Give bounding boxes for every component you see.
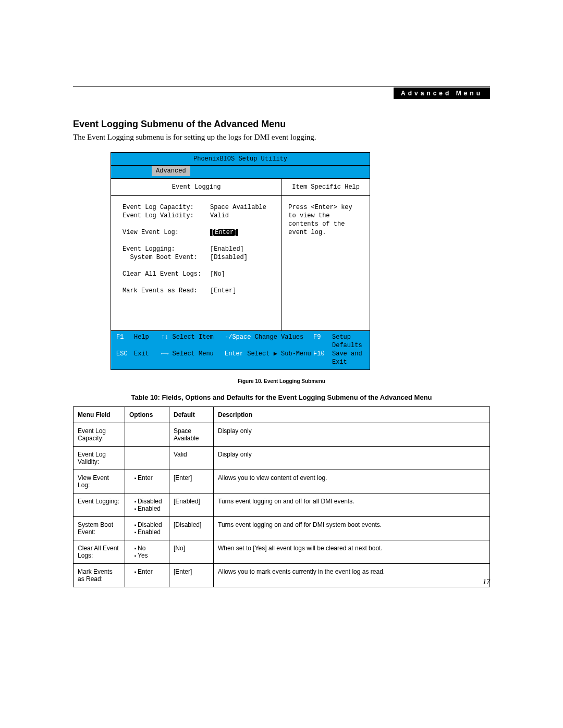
bios-field-label: View Event Log: (123, 228, 210, 237)
cell-description: Display only (214, 447, 490, 470)
option-item: Disabled (138, 498, 165, 505)
cell-menu-field: Event Log Capacity: (74, 423, 125, 447)
page-heading: Event Logging Submenu of the Advanced Me… (73, 119, 490, 130)
table-row: System Boot Event:DisabledEnabled[Disabl… (74, 517, 490, 540)
cell-default: [Enter] (169, 564, 214, 587)
cell-description: Turns event logging on and off for all D… (214, 493, 490, 517)
bios-screenshot: PhoenixBIOS Setup Utility Advanced Event… (111, 152, 370, 370)
top-rule (73, 86, 490, 87)
cell-options (125, 423, 169, 447)
cell-description: Turns event logging on and off for DMI s… (214, 517, 490, 540)
option-item: No (138, 545, 165, 552)
bios-field-value: [No] (210, 270, 267, 278)
bios-left-heading: Event Logging (111, 179, 282, 196)
table-header: Default (169, 407, 214, 423)
bios-options-list: Event Log Capacity:Space AvailableEvent … (111, 196, 282, 330)
bios-field-label: Clear All Event Logs: (123, 270, 210, 278)
cell-menu-field: System Boot Event: (74, 517, 125, 540)
cell-options: DisabledEnabled (125, 493, 169, 517)
bios-arrows-ud-icon: ↑↓ (161, 334, 168, 341)
table-header: Description (214, 407, 490, 423)
cell-description: Allows you to mark events currently in t… (214, 564, 490, 587)
option-item: Yes (138, 552, 165, 559)
cell-options (125, 447, 169, 470)
cell-options: Enter (125, 470, 169, 493)
bios-field-label: System Boot Event: (123, 253, 210, 262)
intro-paragraph: The Event Logging submenu is for setting… (73, 133, 490, 142)
bios-field-value: [Disabled] (210, 253, 267, 262)
bios-field-value: Space Available (210, 203, 267, 212)
bios-select-item: Select Item (173, 334, 214, 341)
bios-arrows-lr-icon: ←→ (161, 350, 168, 357)
cell-default: Space Available (169, 423, 214, 447)
cell-options: Enter (125, 564, 169, 587)
bios-field-value: [Enter] (210, 287, 267, 295)
option-item: Disabled (138, 521, 165, 528)
table-header: Options (125, 407, 169, 423)
cell-description: When set to [Yes] all event logs will be… (214, 540, 490, 564)
table-row: View Event Log:Enter[Enter]Allows you to… (74, 470, 490, 493)
bios-key-f1: F1 (116, 333, 134, 350)
section-label: Advanced Menu (394, 88, 490, 99)
bios-help-text: Press <Enter> key to view the contents o… (282, 196, 370, 330)
option-item: Enabled (138, 505, 165, 512)
bios-key-space: -/Space (225, 334, 251, 341)
bios-key-help: Help (134, 333, 161, 350)
cell-description: Allows you to view content of event log. (214, 470, 490, 493)
option-item: Enter (138, 568, 165, 575)
bios-right-pane: Item Specific Help Press <Enter> key to … (282, 179, 370, 330)
cell-options: NoYes (125, 540, 169, 564)
bios-key-enter: Enter (225, 350, 243, 357)
page-number: 17 (483, 578, 490, 586)
bios-field-label: Mark Events as Read: (123, 287, 210, 295)
table-caption: Table 10: Fields, Options and Defaults f… (73, 393, 490, 401)
bios-title: PhoenixBIOS Setup Utility (111, 153, 370, 166)
bios-change-values: Change Values (255, 334, 304, 341)
bios-key-esc: ESC (116, 350, 134, 366)
cell-default: [Disabled] (169, 517, 214, 540)
cell-menu-field: Clear All Event Logs: (74, 540, 125, 564)
cell-menu-field: Mark Events as Read: (74, 564, 125, 587)
table-row: Event Log Capacity:Space AvailableDispla… (74, 423, 490, 447)
document-page: Advanced Menu Event Logging Submenu of t… (73, 86, 490, 587)
table-row: Clear All Event Logs:NoYes[No]When set t… (74, 540, 490, 564)
option-item: Enter (138, 474, 165, 482)
bios-right-heading: Item Specific Help (282, 179, 370, 196)
cell-menu-field: Event Logging: (74, 493, 125, 517)
bios-select-submenu: Select ▶ Sub-Menu (247, 350, 311, 357)
figure-caption: Figure 10. Event Logging Submenu (73, 378, 490, 384)
bios-left-pane: Event Logging Event Log Capacity:Space A… (111, 179, 282, 330)
table-header: Menu Field (74, 407, 125, 423)
fields-table: Menu FieldOptionsDefaultDescription Even… (73, 406, 490, 587)
bios-key-f9: F9 (313, 333, 332, 350)
bios-setup-defaults: Setup Defaults (332, 333, 364, 350)
cell-menu-field: View Event Log: (74, 470, 125, 493)
bios-save-exit: Save and Exit (332, 350, 364, 366)
bios-field-value: [Enabled] (210, 245, 267, 253)
cell-default: [Enabled] (169, 493, 214, 517)
cell-menu-field: Event Log Validity: (74, 447, 125, 470)
option-item: Enabled (138, 528, 165, 536)
bios-key-exit: Exit (134, 350, 161, 366)
cell-options: DisabledEnabled (125, 517, 169, 540)
bios-field-label: Event Logging: (123, 245, 210, 253)
bios-field-value: [Enter] (210, 228, 267, 237)
bios-field-label: Event Log Capacity: (123, 203, 210, 212)
table-row: Event Logging:DisabledEnabled[Enabled]Tu… (74, 493, 490, 517)
bios-tab-advanced: Advanced (152, 166, 190, 176)
bios-footer: F1 Help ↑↓ Select Item -/Space Change Va… (111, 330, 370, 369)
cell-default: [No] (169, 540, 214, 564)
bios-select-menu: Select Menu (173, 350, 214, 357)
bios-key-f10: F10 (313, 350, 332, 366)
bios-field-label: Event Log Validity: (123, 212, 210, 220)
bios-field-value: Valid (210, 212, 267, 220)
cell-default: [Enter] (169, 470, 214, 493)
bios-tab-row: Advanced (111, 166, 370, 179)
table-row: Event Log Validity:ValidDisplay only (74, 447, 490, 470)
cell-default: Valid (169, 447, 214, 470)
cell-description: Display only (214, 423, 490, 447)
table-row: Mark Events as Read:Enter[Enter]Allows y… (74, 564, 490, 587)
